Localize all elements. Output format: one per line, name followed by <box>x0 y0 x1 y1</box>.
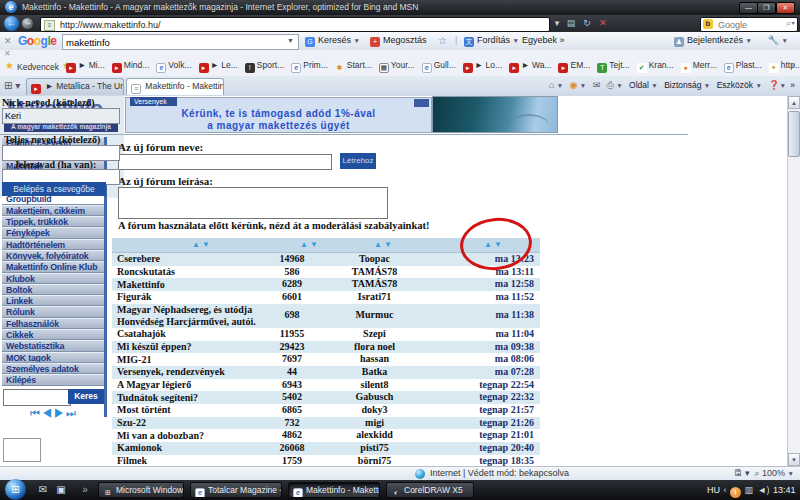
topic-cell[interactable]: Mi készül éppen? <box>112 341 262 353</box>
topic-cell[interactable]: Cserebere <box>112 253 262 265</box>
sort-count-icons[interactable]: ▲▼ <box>300 240 320 249</box>
donation-banner[interactable]: Versenyek Kérünk, te is támogasd adód 1%… <box>125 97 432 133</box>
read-mail-icon[interactable]: ✉ <box>593 80 601 90</box>
quicklaunch-desktop-icon[interactable]: ▣ <box>54 483 68 497</box>
favorite-item[interactable]: eGull... <box>422 60 456 73</box>
table-row[interactable]: Mi van a dobozban?4862alexkiddtegnap 21:… <box>112 429 540 442</box>
taskbar-button[interactable]: eMakettinfo - Maketti... <box>288 482 380 498</box>
taskbar-button[interactable]: eTotalcar Magazine -... <box>190 482 282 498</box>
topic-cell[interactable]: Filmek <box>112 455 262 466</box>
table-row[interactable]: Roncskutatás586TAMÁS78ma 13:11 <box>112 266 540 279</box>
banner-tab[interactable]: Versenyek <box>130 97 177 106</box>
sidebar-item-f-nyk-pek[interactable]: Fényképek <box>2 227 104 238</box>
favorites-star-icon[interactable]: ★ <box>5 60 14 71</box>
toolbar-settings-button[interactable]: 🔧 ▼ <box>768 35 788 45</box>
favorites-overflow-icon[interactable]: » <box>790 60 795 70</box>
sidebar-item-webstatisztika[interactable]: Webstatisztika <box>2 340 104 351</box>
nick-input[interactable] <box>2 108 120 124</box>
table-row[interactable]: Figurák6601Israti71ma 11:52 <box>112 291 540 304</box>
topic-cell[interactable]: Szu-22 <box>112 417 262 429</box>
topic-cell[interactable]: Tudnátok segíteni? <box>112 392 262 404</box>
stop-icon[interactable]: ✕ <box>596 18 610 29</box>
new-forum-desc-input[interactable] <box>118 187 388 219</box>
zoom-level[interactable]: 100% <box>762 468 785 478</box>
scrollbar-thumb[interactable] <box>788 111 800 157</box>
favorite-item[interactable]: ✔Kran... <box>637 60 674 73</box>
sidebar-item-makettjeim-cikkeim[interactable]: Makettjeim, cikkeim <box>2 205 104 216</box>
google-search-button[interactable]: GKeresés ▼ <box>305 35 360 47</box>
sort-user-icons[interactable]: ▲▼ <box>374 240 394 249</box>
table-row[interactable]: Most történt6865doky3tegnap 21:57 <box>112 404 540 417</box>
sidebar-item-tippek-tr-kk-k[interactable]: Tippek, trükkök <box>2 216 104 227</box>
protected-mode-icon[interactable]: 🖺 ▾ <box>733 468 749 478</box>
sidebar-item-felhaszn-l-k[interactable]: Felhasználók <box>2 318 104 329</box>
table-row[interactable]: Filmek1759börni75tegnap 18:35 <box>112 455 540 466</box>
sidebar-item-mok-tagok[interactable]: MOK tagok <box>2 352 104 363</box>
tray-collapse-icon[interactable]: ‹ <box>723 485 726 495</box>
google-query-input[interactable] <box>62 34 299 50</box>
favorite-item[interactable]: ●Merr... <box>681 60 717 73</box>
table-row[interactable]: Mi készül éppen?29423flora noelma 09:38 <box>112 341 540 354</box>
topic-cell[interactable]: A Magyar légierő <box>112 379 262 391</box>
favorite-item[interactable]: ▸► Mi... <box>66 60 105 73</box>
tab-inactive[interactable]: ▸ ► Metallica - The Unforgi... <box>26 78 124 95</box>
quicklaunch-overflow-icon[interactable]: » <box>78 483 92 497</box>
last-page-icon[interactable]: ⏭ <box>66 407 78 419</box>
table-row[interactable]: Versenyek, rendezvények44Batkama 07:28 <box>112 366 540 379</box>
new-forum-name-input[interactable] <box>118 154 332 170</box>
translate-button[interactable]: 文Fordítás ▼ <box>464 35 519 47</box>
table-row[interactable]: MIG-217697hassanma 08:06 <box>112 353 540 366</box>
sidebar-item-szem-lyes-adatok[interactable]: Személyes adatok <box>2 363 104 374</box>
security-menu[interactable]: Biztonság ▼ <box>664 80 710 90</box>
refresh-icon[interactable]: ↻ <box>580 18 594 29</box>
language-indicator[interactable]: HU <box>707 485 720 495</box>
clock[interactable]: 13:41 <box>773 485 796 495</box>
address-dropdown-icon[interactable]: ▾ <box>550 18 564 29</box>
start-button[interactable]: ⊞ <box>5 479 26 500</box>
prev-page-icon[interactable]: ◀ <box>42 407 54 419</box>
taskbar-button[interactable]: ◐CorelDRAW X5 <box>386 482 474 498</box>
volume-icon[interactable]: ◄) <box>758 485 770 495</box>
favorite-item[interactable]: !Sport... <box>245 60 284 73</box>
command-overflow-icon[interactable]: » <box>790 80 795 90</box>
help-icon[interactable]: ❓▼ <box>768 80 786 90</box>
topic-cell[interactable]: Roncskutatás <box>112 266 262 278</box>
sidebar-item-k-nyvek-foly-iratok[interactable]: Könyvek, folyóiratok <box>2 250 104 261</box>
sidebar-search-button[interactable]: Keres <box>68 389 104 404</box>
tab-active[interactable]: ≡ Makettinfo - Makettinfo ...✕ <box>126 78 224 95</box>
page-menu[interactable]: Oldal ▼ <box>629 80 658 90</box>
back-button[interactable]: ← <box>4 16 19 31</box>
quick-tabs-icon[interactable]: ⊞ ▾ <box>4 80 20 91</box>
forward-button[interactable]: → <box>22 18 33 29</box>
favorite-item[interactable]: ▦Your... <box>379 60 415 73</box>
topic-cell[interactable]: Kamionok <box>112 442 262 454</box>
favorite-item[interactable]: ▸EM... <box>558 60 590 73</box>
sidebar-item-makettinfo-online-klub[interactable]: Makettinfo Online Klub <box>2 261 104 272</box>
compatibility-view-icon[interactable]: ▤ <box>564 18 578 29</box>
topic-cell[interactable]: Magyar Néphadsereg, és utódja Honvédség … <box>112 304 262 328</box>
signin-button[interactable]: ♟Bejelentkezés ▼ <box>674 35 752 47</box>
sidebar-item-kil-p-s[interactable]: Kilépés <box>2 374 104 385</box>
address-input[interactable] <box>58 18 542 31</box>
taskbar-button[interactable]: ⊞Microsoft Windows <box>98 482 184 498</box>
sidebar-item-linkek[interactable]: Linkek <box>2 295 104 306</box>
favorite-item[interactable]: ePrim... <box>291 60 328 73</box>
topic-cell[interactable]: Versenyek, rendezvények <box>112 366 262 378</box>
scroll-up-icon[interactable]: ▲ <box>788 96 800 109</box>
print-icon[interactable]: ⎙ ▼ <box>607 80 623 91</box>
tray-warning-icon[interactable]: ! <box>730 487 741 498</box>
vertical-scrollbar[interactable]: ▲ ▼ <box>787 96 800 466</box>
minimize-button[interactable]: — <box>739 2 758 14</box>
create-forum-button[interactable]: Létrehoz <box>340 153 376 169</box>
table-row[interactable]: Makettinfo6289TAMÁS78ma 12:58 <box>112 278 540 291</box>
sidebar-item-klubok[interactable]: Klubok <box>2 273 104 284</box>
topic-cell[interactable]: Figurák <box>112 291 262 303</box>
table-row[interactable]: Csatahajók11955Szepima 11:04 <box>112 328 540 341</box>
table-row[interactable]: Szu-22732migitegnap 21:26 <box>112 417 540 430</box>
feeds-icon[interactable]: ◉ ▼ <box>569 80 586 90</box>
table-row[interactable]: Magyar Néphadsereg, és utódja Honvédség … <box>112 304 540 328</box>
topic-cell[interactable]: Mi van a dobozban? <box>112 430 262 442</box>
table-row[interactable]: Tudnátok segíteni?5402Gabuschtegnap 22:3… <box>112 391 540 404</box>
sidebar-item-r-lunk[interactable]: Rólunk <box>2 306 104 317</box>
more-button[interactable]: Egyebek » <box>522 35 565 45</box>
